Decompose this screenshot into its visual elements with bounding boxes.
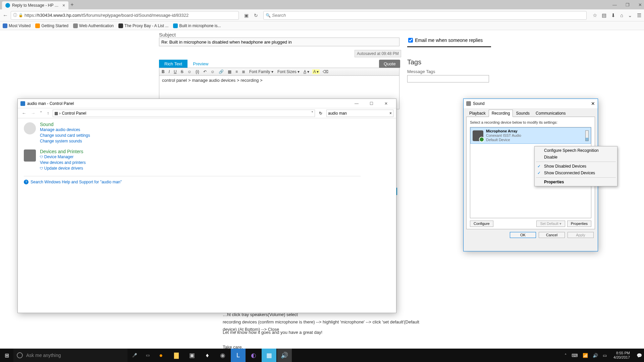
- notify-checkbox-row[interactable]: Email me when someone replies: [408, 38, 483, 43]
- taskbar-explorer[interactable]: ▇: [169, 349, 184, 362]
- set-default-button[interactable]: Set Default ▾: [536, 221, 565, 227]
- bookmark-hp-mic[interactable]: Built in microphone is...: [173, 23, 221, 28]
- properties-button[interactable]: Properties: [567, 221, 591, 227]
- bookmark-proxy-bay[interactable]: The Proxy Bay - A List ...: [118, 23, 168, 28]
- taskbar-controlpanel[interactable]: ▦: [262, 349, 276, 362]
- new-tab-button[interactable]: +: [70, 2, 73, 8]
- tray-wifi-icon[interactable]: 📶: [583, 353, 588, 358]
- menu-icon[interactable]: ☰: [637, 12, 641, 18]
- tab-preview[interactable]: Preview: [187, 60, 214, 68]
- bookmark-getting-started[interactable]: Getting Started: [35, 23, 68, 28]
- ctx-configure-speech[interactable]: Configure Speech Recognition: [535, 147, 617, 154]
- bookmark-web-auth[interactable]: Web Authentication: [73, 23, 114, 28]
- cortana-mic-icon[interactable]: 🎤: [127, 353, 142, 358]
- italic-button[interactable]: I: [168, 69, 171, 74]
- taskbar-firefox[interactable]: ●: [154, 349, 168, 362]
- sound-close-button[interactable]: ✕: [591, 101, 595, 106]
- taskbar-store[interactable]: ▣: [184, 349, 199, 362]
- cp-link-system-sounds[interactable]: Change system sounds: [40, 138, 90, 144]
- tray-chevron-icon[interactable]: ˄: [565, 353, 567, 358]
- cp-up-button[interactable]: ↑: [46, 111, 51, 116]
- taskbar-app-l[interactable]: L: [231, 349, 246, 362]
- notifications-icon[interactable]: 💬: [637, 353, 642, 358]
- bookmark-most-visited[interactable]: Most Visited: [3, 23, 31, 28]
- pocket-icon[interactable]: ⌄: [628, 12, 632, 18]
- tab-communications[interactable]: Communications: [533, 110, 569, 117]
- cp-link-device-manager[interactable]: Device Manager: [40, 154, 86, 160]
- ctx-show-disabled[interactable]: Show Disabled Devices: [535, 163, 617, 170]
- address-bar[interactable]: ⓘ 🔒 https://h30434.www3.hp.com/t5/forums…: [11, 11, 239, 20]
- cp-devices-title[interactable]: Devices and Printers: [40, 149, 86, 154]
- cp-refresh-button[interactable]: ↻: [317, 111, 324, 116]
- strike-button[interactable]: S: [180, 69, 184, 74]
- configure-button[interactable]: Configure: [470, 221, 493, 227]
- bold-button[interactable]: B: [161, 69, 166, 74]
- tray-battery-icon[interactable]: ▭: [603, 353, 607, 358]
- cp-search-box[interactable]: audio man ×: [326, 110, 393, 117]
- library-icon[interactable]: ▤: [602, 12, 606, 18]
- cancel-button[interactable]: Cancel: [539, 232, 565, 238]
- task-view-button[interactable]: ▭: [142, 353, 154, 358]
- window-minimize-button[interactable]: —: [612, 2, 617, 7]
- tags-input[interactable]: [407, 75, 489, 82]
- tab-close-icon[interactable]: ×: [62, 3, 65, 8]
- cp-minimize-button[interactable]: —: [349, 99, 364, 108]
- link-button[interactable]: 🔗: [218, 69, 225, 74]
- image-button[interactable]: ▦: [227, 69, 232, 74]
- cp-sound-title[interactable]: Sound: [40, 122, 90, 127]
- browser-search-box[interactable]: 🔍: [263, 11, 587, 20]
- cp-search-clear-icon[interactable]: ×: [389, 111, 392, 116]
- cortana-search[interactable]: Ask me anything: [13, 349, 127, 362]
- apply-button[interactable]: Apply: [568, 232, 594, 238]
- cp-link-manage-audio[interactable]: Manage audio devices: [40, 127, 90, 133]
- ctx-disable[interactable]: Disable: [535, 154, 617, 161]
- tab-playback[interactable]: Playback: [466, 110, 489, 117]
- cp-link-update-drivers[interactable]: Update device drivers: [40, 166, 86, 171]
- smiley-button[interactable]: ☺: [210, 69, 216, 74]
- home-icon[interactable]: ⌂: [620, 12, 623, 18]
- sound-titlebar[interactable]: Sound ✕: [464, 99, 598, 108]
- notify-checkbox[interactable]: [408, 38, 413, 43]
- cp-close-button[interactable]: ✕: [379, 99, 393, 108]
- font-color-button[interactable]: A ▾: [303, 69, 310, 74]
- quote-button[interactable]: Quote: [379, 60, 400, 68]
- tab-rich-text[interactable]: Rich Text: [159, 60, 187, 68]
- window-close-button[interactable]: ✕: [638, 2, 642, 7]
- taskbar-app-purple[interactable]: ◐: [246, 349, 261, 362]
- cp-history-dropdown[interactable]: ˅: [39, 111, 44, 116]
- cp-breadcrumb[interactable]: ▦ › Control Panel ˅: [53, 110, 315, 117]
- code-button[interactable]: {i}: [195, 69, 200, 74]
- system-clock[interactable]: 8:55 PM 4/20/2017: [611, 351, 632, 360]
- back-button[interactable]: ←: [3, 12, 8, 18]
- tray-keyboard-icon[interactable]: ⌨: [572, 353, 578, 358]
- tray-volume-icon[interactable]: 🔊: [593, 353, 598, 358]
- device-microphone-array[interactable]: Microphone Array Conexant ISST Audio Def…: [470, 127, 591, 144]
- cp-back-button[interactable]: ←: [20, 111, 28, 116]
- reload-button[interactable]: ↻: [254, 13, 258, 18]
- highlight-button[interactable]: A ▾: [312, 69, 320, 74]
- cp-link-view-devices[interactable]: View devices and printers: [40, 160, 86, 166]
- tab-recording[interactable]: Recording: [489, 110, 513, 117]
- taskbar-steam[interactable]: ◉: [215, 349, 230, 362]
- reader-view-icon[interactable]: ▣: [244, 13, 249, 18]
- taskbar-sound[interactable]: 🔊: [277, 349, 292, 362]
- ol-button[interactable]: ≡: [234, 69, 239, 74]
- font-family-select[interactable]: Font Family ▾: [248, 69, 274, 74]
- bookmark-star-icon[interactable]: ☆: [593, 12, 597, 18]
- start-button[interactable]: ⊞: [0, 352, 13, 359]
- underline-button[interactable]: U: [173, 69, 178, 74]
- window-maximize-button[interactable]: ❐: [626, 2, 630, 7]
- ctx-properties[interactable]: Properties: [535, 179, 617, 185]
- subject-input[interactable]: [159, 38, 399, 46]
- clear-format-button[interactable]: ⌫: [322, 69, 329, 74]
- cp-link-soundcard[interactable]: Change sound card settings: [40, 133, 90, 138]
- font-size-select[interactable]: Font Sizes ▾: [276, 69, 301, 74]
- emoji-button[interactable]: ☺: [186, 69, 193, 74]
- site-info-icon[interactable]: ⓘ: [13, 12, 17, 18]
- ul-button[interactable]: ≣: [241, 69, 246, 74]
- browser-tab[interactable]: Reply to Message - HP Su... ×: [2, 1, 68, 9]
- taskbar-dropbox[interactable]: ♦: [200, 349, 215, 362]
- cp-help-link[interactable]: ? Search Windows Help and Support for "a…: [24, 176, 361, 184]
- tab-sounds[interactable]: Sounds: [513, 110, 533, 117]
- ok-button[interactable]: OK: [510, 232, 536, 238]
